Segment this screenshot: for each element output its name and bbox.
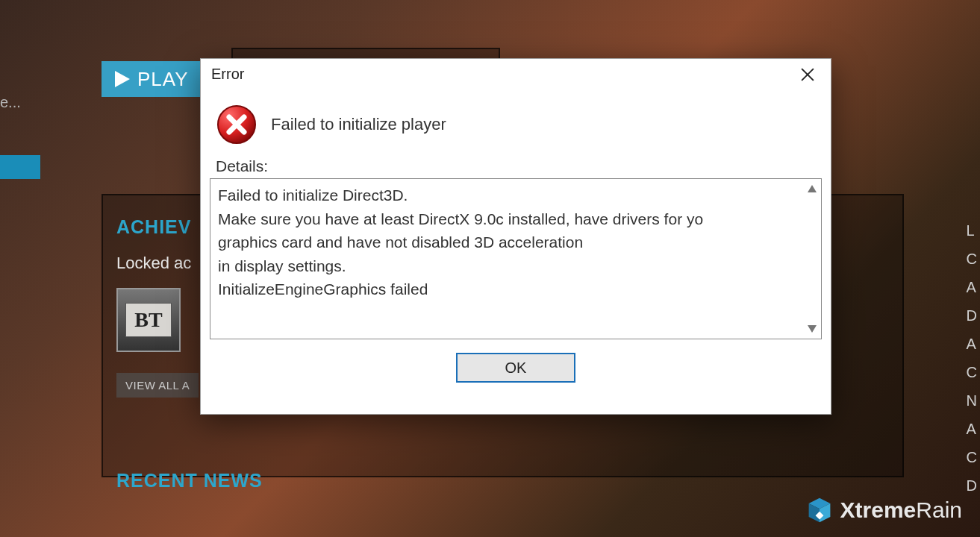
dialog-titlebar: Error <box>201 59 831 89</box>
recent-news-heading: RECENT NEWS <box>116 470 263 492</box>
error-heading: Failed to initialize player <box>271 115 446 134</box>
svg-marker-0 <box>115 71 130 87</box>
truncated-letter: D <box>967 471 977 500</box>
locked-achievements-label: Locked ac <box>116 254 191 273</box>
details-textbox[interactable]: Failed to initialize Direct3D. Make sure… <box>210 178 822 339</box>
achievement-tile[interactable]: BT <box>116 288 181 352</box>
view-all-button[interactable]: VIEW ALL A <box>116 373 199 398</box>
truncated-letter: N <box>967 386 977 415</box>
dialog-title: Error <box>211 66 244 83</box>
truncated-letter: A <box>967 330 977 358</box>
scrollbar[interactable] <box>803 179 821 339</box>
scroll-up-icon[interactable] <box>806 183 818 194</box>
details-text: Failed to initialize Direct3D. Make sure… <box>210 179 821 306</box>
svg-marker-10 <box>808 185 817 192</box>
truncated-letter: D <box>967 301 977 330</box>
truncated-letter: A <box>967 415 977 443</box>
xtremerain-cube-icon <box>806 497 833 524</box>
close-icon <box>801 68 814 81</box>
error-icon <box>216 104 258 145</box>
scroll-down-icon[interactable] <box>806 324 818 334</box>
play-button-label: PLAY <box>137 68 189 91</box>
truncated-letter: A <box>967 273 977 301</box>
logo-strong: Xtreme <box>840 497 917 522</box>
achievements-heading: ACHIEV <box>116 216 191 238</box>
truncated-letter: C <box>967 245 977 273</box>
achievement-tile-label: BT <box>125 303 172 337</box>
svg-marker-11 <box>808 325 817 333</box>
watermark-logo: XtremeRain <box>806 497 962 524</box>
truncated-letter: L <box>967 216 977 245</box>
error-dialog: Error Failed to initialize player Detail… <box>200 58 831 415</box>
close-button[interactable] <box>795 63 820 86</box>
logo-light: Rain <box>916 497 962 522</box>
right-truncated-list: LCADACNACD <box>967 216 977 500</box>
truncated-letter: C <box>967 358 977 386</box>
truncated-text: e... <box>0 94 21 111</box>
bg-accent-bar <box>0 155 40 179</box>
details-label: Details: <box>201 156 831 178</box>
ok-button[interactable]: OK <box>456 353 575 383</box>
play-icon <box>115 71 130 87</box>
truncated-letter: C <box>967 443 977 471</box>
